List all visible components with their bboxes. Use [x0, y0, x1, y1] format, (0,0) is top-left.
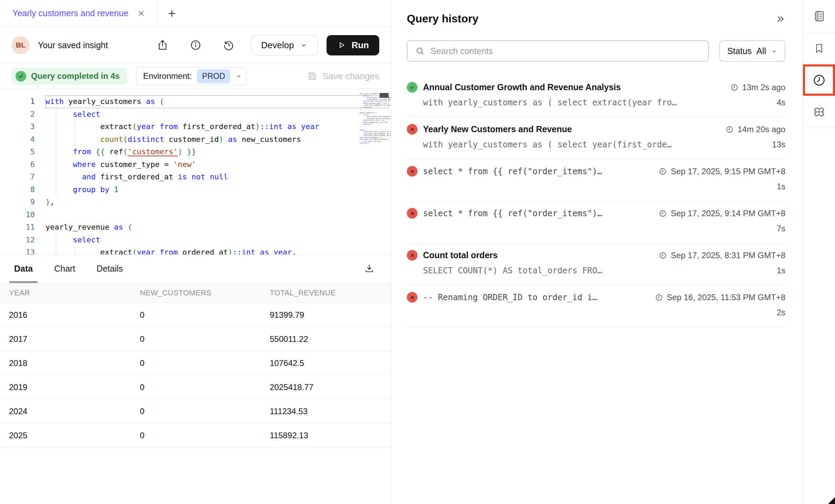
column-header: YEAR — [0, 288, 140, 297]
table-cell: 2025 — [0, 431, 140, 440]
code-line[interactable]: with yearly_customers as ( — [45, 95, 389, 108]
line-number: 8 — [0, 183, 35, 196]
query-history-item-title: Yearly New Customers and Revenue — [423, 124, 572, 134]
table-cell: 115892.13 — [270, 431, 391, 440]
query-history-panel: Query history Status All Annual Customer… — [392, 0, 803, 504]
save-changes-button[interactable]: Save changes — [307, 71, 379, 82]
code-line[interactable]: where customer_type = 'new' — [45, 158, 389, 171]
chevron-down-icon — [300, 41, 308, 49]
indent-guide — [56, 108, 56, 196]
bookmark-icon[interactable] — [803, 32, 835, 64]
table-cell: 0 — [140, 407, 270, 416]
code-line[interactable]: count(distinct customer_id) as new_custo… — [45, 133, 389, 146]
query-history-item-title: Annual Customer Growth and Revenue Analy… — [423, 82, 621, 92]
query-history-item-duration: 13s — [772, 140, 785, 149]
table-cell: 91399.79 — [270, 310, 391, 320]
rail-divider — [803, 128, 835, 128]
tab-yearly-customers-and-revenue[interactable]: Yearly customers and revenue — [0, 0, 157, 27]
results-table-body: 2016091399.7920170550011.2220180107642.5… — [0, 303, 391, 448]
line-number: 2 — [0, 108, 35, 121]
indent-guide — [75, 246, 75, 255]
query-history-item[interactable]: select * from {{ ref("order_items")…Sep … — [407, 201, 785, 238]
document-title: Your saved insight — [38, 40, 108, 50]
environment-selector[interactable]: Environment: PROD — [136, 67, 246, 85]
code-line[interactable] — [45, 209, 389, 221]
error-x-icon — [407, 292, 418, 303]
lineage-icon[interactable] — [803, 96, 835, 128]
table-cell: 111234.53 — [270, 407, 391, 416]
right-icon-rail — [803, 0, 835, 504]
query-history-item[interactable]: Count total ordersSep 17, 2025, 8:31 PM … — [407, 243, 785, 280]
share-icon[interactable] — [157, 39, 168, 51]
editor-minimap[interactable]: with yearly_customers as ( select extrac… — [360, 93, 384, 144]
search-input[interactable] — [431, 46, 701, 56]
table-row: 2016091399.79 — [0, 303, 391, 327]
query-history-item[interactable]: Annual Customer Growth and Revenue Analy… — [407, 75, 785, 112]
query-history-item-duration: 1s — [777, 266, 785, 275]
tab-details[interactable]: Details — [94, 264, 125, 283]
develop-button-label: Develop — [261, 40, 294, 51]
line-number: 6 — [0, 158, 35, 171]
info-icon[interactable] — [190, 39, 202, 51]
code-line[interactable]: group by 1 — [45, 183, 389, 196]
code-line[interactable]: from {{ ref('customers') }} — [45, 146, 389, 158]
error-x-icon — [407, 124, 418, 135]
search-box[interactable] — [407, 40, 709, 62]
history-icon[interactable] — [803, 64, 835, 96]
query-history-item-snippet: with yearly_customers as ( select extrac… — [423, 98, 677, 107]
status-filter-dropdown[interactable]: Status All — [719, 40, 785, 62]
error-x-icon — [407, 208, 418, 219]
clock-icon — [725, 125, 734, 134]
editor-scrollbar-thumb[interactable] — [380, 93, 389, 98]
table-cell: 2025418.77 — [270, 382, 391, 392]
code-line[interactable]: select — [45, 108, 389, 121]
develop-button[interactable]: Develop — [251, 35, 318, 55]
query-history-item[interactable]: Yearly New Customers and Revenue14m 20s … — [407, 117, 785, 154]
query-history-item-title: Count total orders — [423, 250, 498, 260]
results-tab-bar: DataChartDetails — [0, 255, 391, 283]
code-line[interactable]: and first_ordered_at is not null — [45, 171, 389, 183]
table-cell: 0 — [140, 310, 270, 320]
query-history-item-title: select * from {{ ref("order_items")… — [423, 167, 602, 176]
line-number: 10 — [0, 209, 35, 221]
download-icon[interactable] — [364, 263, 374, 273]
table-row: 20180107642.5 — [0, 351, 391, 375]
search-icon — [415, 46, 425, 56]
code-line[interactable]: yearly_revenue as ( — [45, 221, 389, 234]
history-icon[interactable] — [223, 39, 235, 51]
editor-code[interactable]: with yearly_customers as ( select extrac… — [45, 95, 389, 255]
query-history-item-snippet: SELECT COUNT(*) AS total_orders FRO… — [423, 266, 602, 275]
code-line[interactable]: select — [45, 234, 389, 246]
query-history-item-title: select * from {{ ref("order_items")… — [423, 209, 602, 218]
column-header: NEW_CUSTOMERS — [140, 288, 270, 297]
query-history-item[interactable]: select * from {{ ref("order_items")…Sep … — [407, 159, 785, 196]
play-icon — [337, 41, 346, 50]
environment-label: Environment: — [143, 71, 192, 81]
close-icon[interactable] — [137, 9, 146, 18]
table-row: 20250115892.13 — [0, 423, 391, 448]
sql-editor[interactable]: 12345678910111213 with yearly_customers … — [0, 89, 391, 255]
table-row: 20240111234.53 — [0, 399, 391, 423]
tab-data[interactable]: Data — [12, 264, 35, 283]
error-x-icon — [407, 250, 418, 261]
editor-panel: Yearly customers and revenue BL Your sav… — [0, 0, 391, 504]
query-history-item-time: Sep 17, 2025, 9:15 PM GMT+8 — [652, 167, 785, 176]
table-cell: 0 — [140, 358, 270, 368]
table-row: 201902025418.77 — [0, 375, 391, 399]
line-number: 5 — [0, 146, 35, 158]
code-line[interactable]: extract(year from first_ordered_at)::int… — [45, 120, 389, 133]
run-button[interactable]: Run — [327, 35, 379, 55]
table-cell: 2024 — [0, 407, 140, 416]
chevron-down-icon — [771, 48, 777, 54]
table-cell: 2016 — [0, 310, 140, 320]
query-history-item[interactable]: -- Renaming ORDER_ID to order_id i…Sep 1… — [407, 285, 785, 322]
avatar: BL — [12, 36, 30, 54]
resize-handle[interactable] — [828, 497, 835, 504]
query-history-item-duration: 2s — [777, 308, 785, 317]
code-line[interactable]: ), — [45, 196, 389, 209]
double-chevron-right-icon[interactable] — [776, 14, 785, 24]
tab-chart[interactable]: Chart — [52, 264, 77, 283]
notebook-icon[interactable] — [803, 0, 835, 32]
code-line[interactable]: extract(year from ordered_at)::int as ye… — [45, 246, 389, 255]
plus-icon[interactable] — [167, 8, 177, 19]
